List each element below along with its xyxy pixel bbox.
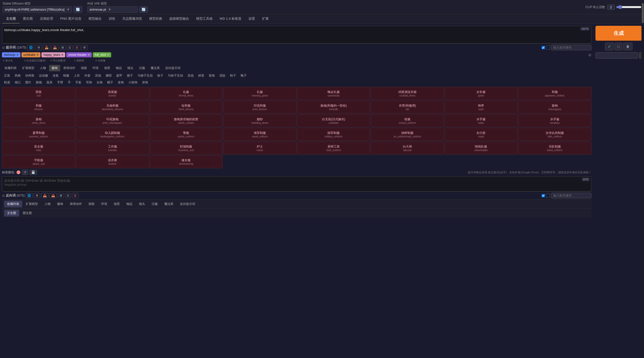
subcat-glove[interactable]: 手套 [73, 80, 83, 85]
cloth-item-36[interactable]: 厨师工装chef_uniform [297, 141, 370, 155]
cloth-item-32[interactable]: 巫女服miko [2, 141, 75, 155]
subcat-uniform[interactable]: 制服 [61, 73, 71, 79]
clip-slider[interactable] [616, 5, 641, 9]
cloth-item-2[interactable]: 礼服formal_dress [150, 87, 223, 100]
cloth-item-5[interactable]: 鸡尾酒连衣裙cocktail_dress [371, 87, 444, 100]
nav-tab-settings[interactable]: 设置 [245, 14, 259, 23]
subcat-skirt[interactable]: 裙子 [125, 73, 135, 79]
cloth-item-1[interactable]: 燕尾服tuxedo [76, 87, 149, 100]
neg-prompt-box[interactable]: 反向提示词 (按 Ctrl+Enter 或 Alt+Enter 开始生成) Ne… [2, 176, 591, 192]
trash-btn[interactable]: 🗑 [623, 43, 632, 50]
cloth-item-21[interactable]: 校服school_uniform [371, 114, 444, 127]
subcat-skirt-interact[interactable]: 与裙子互动 [135, 73, 155, 79]
tag-movie-theater[interactable]: movie theater × [66, 52, 92, 57]
cloth-item-9[interactable]: 无袖和服sleeveless_kimono [76, 101, 149, 114]
bottom-tab-environment[interactable]: 环境 [98, 201, 110, 207]
subcat-headpiece[interactable]: 头饰 [95, 80, 105, 85]
neg-delete-btn[interactable]: 🗑 [72, 193, 79, 198]
cloth-item-6[interactable]: 女长服gown [445, 87, 518, 100]
bottom-tab-hanfu[interactable]: 汉服 [149, 201, 161, 207]
cat-tab-lens[interactable]: 镜头 [125, 65, 136, 71]
prompt-delete-btn[interactable]: 🗑 [74, 45, 80, 50]
cat-tab-expression[interactable]: 表情动作 [61, 65, 78, 71]
subcat-jewelry[interactable]: 首饰 [140, 80, 150, 85]
subcat-socks[interactable]: 袜子 [155, 73, 165, 79]
nav-tab-img2img[interactable]: 图生图 [19, 14, 36, 23]
subcat-waist[interactable]: 腰部 [104, 73, 114, 79]
cloth-item-15[interactable]: 旗袍cheongsam [518, 101, 591, 114]
subcat-sole[interactable]: 鞋底 [2, 80, 12, 85]
nav-tab-png-info[interactable]: PNG 图片信息 [57, 14, 85, 23]
cloth-item-29[interactable]: 纳粹制服ss_uniform/nazi_uniform [371, 128, 444, 141]
cloth-item-20[interactable]: 白无垢(日式嫁衣)uchikake [297, 114, 370, 127]
nav-tab-postprocess[interactable]: 后期处理 [36, 14, 57, 23]
cat-tab-location[interactable]: 场景 [102, 65, 113, 71]
tag-full-shot-close[interactable]: × [107, 53, 109, 57]
prompt-copy-btn[interactable]: ⊞ [60, 45, 66, 50]
cloth-item-25[interactable]: 幼儿园制服kindergarten_uniform [76, 128, 149, 141]
cloth-item-42[interactable]: 修女服domineering [150, 155, 223, 168]
nav-tab-infinite-browse[interactable]: 无边图像浏览 [119, 14, 146, 23]
cloth-item-24[interactable]: 夏季制服summer_uniform [2, 128, 75, 141]
nav-tab-wd-tagger[interactable]: WD 1.4 标签器 [216, 14, 245, 23]
sd-model-icon-btn[interactable]: 🔄 [74, 6, 82, 13]
prompt-import-btn[interactable]: 📥 [43, 45, 50, 50]
square-btn[interactable]: □ [615, 43, 622, 50]
subcat-formal[interactable]: 正装 [2, 73, 12, 79]
cloth-item-39[interactable]: 乐队制服band_uniform [518, 141, 591, 155]
prompt-globe-btn[interactable]: 🌐 [27, 45, 35, 50]
prompt-export-btn[interactable]: 📤 [51, 45, 59, 50]
bottom-tab-expression[interactable]: 表情动作 [67, 201, 85, 207]
neg-export-btn[interactable]: 📤 [50, 193, 57, 198]
bottom-tab-clothing[interactable]: 服饰 [54, 201, 66, 207]
nav-tab-train[interactable]: 训练 [105, 14, 119, 23]
subcat-glasses[interactable]: 眼镜 [34, 80, 44, 85]
cat-tab-clothing[interactable]: 服饰 [49, 65, 60, 71]
subcat-style[interactable]: 风格 [13, 73, 23, 79]
subcat-pattern[interactable]: 花纹 [217, 73, 227, 79]
prompt-extra-btn[interactable]: ⚙ [81, 45, 88, 50]
subcat-casual[interactable]: 休闲装 [23, 73, 36, 79]
cloth-item-17[interactable]: 印花旗袍print_cheongsam [76, 114, 149, 127]
cat-tab-hanfu[interactable]: 汉服 [136, 65, 148, 71]
cloth-item-41[interactable]: 连衣裤leotard [76, 155, 149, 168]
nav-tab-extensions[interactable]: 扩展 [259, 14, 272, 23]
vae-model-select[interactable]: animevae.pt ▼ [87, 6, 138, 13]
subcat-boots[interactable]: 靴子 [239, 73, 249, 79]
subcat-coat[interactable]: 外套 [82, 73, 93, 79]
tag-full-shot[interactable]: full_shot × [93, 52, 111, 57]
tag-color-save-btn[interactable]: 💾 [30, 170, 37, 175]
cloth-item-18[interactable]: 旗袍类衣物的前摆pelvic_curtain [150, 114, 223, 127]
nav-tab-model-convert[interactable]: 模型转换 [146, 14, 166, 23]
subcat-top[interactable]: 上衣 [72, 73, 82, 79]
cloth-item-10[interactable]: 短和服short_kimono [150, 101, 223, 114]
bottom-tab-img2img[interactable]: 图生图 [20, 210, 35, 217]
subcat-collar[interactable]: 领口 [13, 80, 23, 85]
prompt-paste-btn[interactable]: ⊡ [67, 45, 73, 50]
cat-tab-ext-model[interactable]: 扩展模型 [20, 65, 37, 71]
tag-bishoujo-close[interactable]: × [17, 53, 18, 57]
neg-import-btn[interactable]: 📥 [41, 193, 49, 198]
nav-tab-model-tools[interactable]: 模型工具箱 [193, 14, 216, 23]
cloth-item-27[interactable]: 海军制服naval_uniform [223, 128, 296, 141]
tags-expand-btn[interactable]: ⊕ [588, 53, 591, 57]
neg-search-input[interactable] [551, 193, 591, 198]
nav-tab-model-merge[interactable]: 模型融合 [85, 14, 105, 23]
prompt-settings-btn[interactable]: ⚙ [36, 45, 42, 50]
subcat-armor[interactable]: 盔甲 [114, 73, 124, 79]
cat-tab-favorites[interactable]: 收藏列表 [2, 65, 19, 71]
tag-movie-theater-close[interactable]: × [88, 53, 90, 57]
cloth-item-34[interactable]: 职场制服business_suit [150, 141, 223, 155]
cloth-item-23[interactable]: 水手服serafuku [518, 114, 591, 127]
cloth-item-7[interactable]: 和服japanese_clothes [518, 87, 591, 100]
subcat-scarf[interactable]: 围巾 [23, 80, 33, 85]
cloth-item-37[interactable]: 白大褂labcoat [371, 141, 444, 155]
subcat-other1[interactable]: 其他 [93, 73, 103, 79]
cloth-item-8[interactable]: 和服kimono [2, 101, 75, 114]
tag-bishoujo[interactable]: bishoujo × [2, 52, 20, 57]
subcat-material[interactable]: 材质 [196, 73, 206, 79]
cloth-item-14[interactable]: 饰带sash [445, 101, 518, 114]
cloth-item-40[interactable]: 宇航服space_suit [2, 155, 75, 168]
right-search-input[interactable] [595, 52, 638, 59]
bottom-tab-ext-model[interactable]: 扩展模型 [23, 201, 41, 207]
